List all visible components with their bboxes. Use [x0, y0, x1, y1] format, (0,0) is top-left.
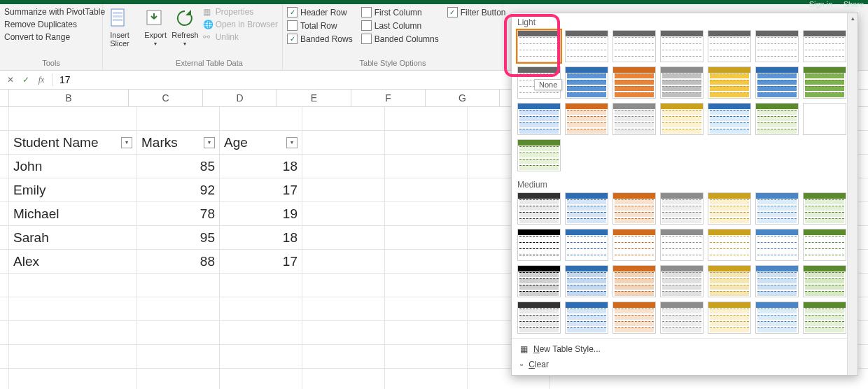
chk-banded-columns[interactable]: Banded Columns [361, 34, 439, 44]
section-light: Light [512, 13, 858, 30]
new-table-style[interactable]: ▦NNew Table Style...ew Table Style... [512, 341, 858, 357]
table-style-swatch[interactable] [660, 265, 704, 297]
chk-filter-button[interactable]: Filter Button [447, 7, 506, 17]
chk-last-column[interactable]: Last Column [361, 20, 439, 31]
table-style-swatch[interactable] [708, 103, 751, 135]
table-style-swatch[interactable] [660, 302, 704, 334]
table-style-swatch[interactable] [755, 66, 799, 99]
table-style-swatch[interactable] [755, 302, 799, 334]
insert-slicer-button[interactable]: Insert Slicer [107, 7, 132, 59]
refresh-button[interactable]: Refresh▾ [170, 7, 200, 59]
table-style-swatch[interactable] [708, 30, 751, 62]
table-style-swatch[interactable] [612, 265, 656, 297]
table-style-swatch[interactable] [517, 30, 561, 62]
col-header[interactable]: G [426, 90, 500, 106]
table-header[interactable]: Student Name▾ [9, 131, 137, 154]
table-style-swatch[interactable] [660, 103, 704, 135]
table-style-swatch[interactable] [517, 265, 561, 297]
table-style-swatch[interactable] [565, 265, 608, 297]
table-style-swatch[interactable] [565, 66, 608, 99]
group-title-external: External Table Data [136, 59, 282, 70]
table-style-swatch[interactable] [755, 265, 799, 297]
table-style-swatch[interactable] [708, 229, 751, 261]
share-button[interactable]: Share [844, 0, 864, 8]
table-style-swatch[interactable] [660, 30, 704, 62]
svg-rect-1 [113, 12, 122, 14]
slicer-icon [108, 7, 131, 29]
table-style-swatch[interactable] [803, 265, 846, 297]
table-style-swatch[interactable] [660, 229, 704, 261]
summarize-pivottable[interactable]: Summarize with PivotTable [4, 7, 105, 17]
table-style-swatch[interactable] [755, 192, 799, 225]
table-style-swatch[interactable] [803, 30, 846, 62]
cancel-icon[interactable]: ✕ [6, 75, 15, 85]
table-style-swatch[interactable] [565, 229, 608, 261]
table-style-swatch[interactable] [565, 30, 608, 62]
table-style-swatch[interactable] [612, 66, 656, 99]
refresh-icon [174, 7, 196, 29]
chk-banded-rows[interactable]: Banded Rows [287, 34, 353, 44]
table-style-swatch[interactable] [565, 302, 608, 334]
table-style-swatch[interactable] [708, 192, 751, 225]
table-style-swatch[interactable] [612, 229, 656, 261]
convert-to-range[interactable]: Convert to Range [4, 32, 105, 42]
group-title-style-options: Table Style Options [283, 59, 503, 70]
table-style-swatch[interactable] [612, 103, 656, 135]
table-style-swatch[interactable] [708, 66, 751, 99]
sign-in-link[interactable]: Sign in [809, 0, 833, 8]
col-header[interactable]: C [129, 90, 203, 106]
table-style-swatch[interactable] [755, 30, 799, 62]
table-style-swatch[interactable] [755, 229, 799, 261]
table-style-swatch[interactable] [517, 139, 561, 171]
filter-dropdown[interactable]: ▾ [121, 137, 132, 148]
col-header[interactable]: D [203, 90, 277, 106]
table-style-swatch[interactable] [517, 229, 561, 261]
open-in-browser-cmd: 🌐Open in Browser [203, 20, 278, 29]
table-style-swatch[interactable] [612, 302, 656, 334]
table-style-swatch[interactable] [517, 302, 561, 334]
properties-icon: ▦ [203, 7, 213, 17]
enter-icon[interactable]: ✓ [21, 75, 31, 85]
filter-dropdown[interactable]: ▾ [204, 137, 215, 148]
table-style-swatch[interactable] [612, 192, 656, 225]
filter-dropdown[interactable]: ▾ [286, 137, 298, 148]
table-header[interactable]: Marks▾ [137, 131, 220, 154]
clear-style[interactable]: ▫Clear [512, 357, 858, 372]
top-right-area: Sign in Share [809, 0, 864, 8]
remove-duplicates[interactable]: Remove Duplicates [4, 20, 105, 29]
table-style-swatch[interactable] [803, 192, 846, 225]
table-style-swatch[interactable] [803, 103, 846, 135]
properties-cmd: ▦Properties [203, 7, 278, 17]
browser-icon: 🌐 [203, 20, 213, 29]
table-style-swatch[interactable] [803, 66, 846, 99]
gallery-scrollbar[interactable]: ▴ [847, 13, 858, 375]
table-style-swatch[interactable] [612, 30, 656, 62]
clear-icon: ▫ [520, 360, 523, 369]
col-header[interactable]: B [9, 90, 129, 106]
unlink-cmd: ⚯Unlink [203, 32, 278, 42]
table-style-swatch[interactable] [755, 103, 799, 135]
chk-total-row[interactable]: Total Row [287, 20, 353, 31]
table-style-swatch[interactable] [565, 103, 608, 135]
col-header[interactable]: E [277, 90, 351, 106]
table-style-swatch[interactable] [803, 302, 846, 334]
table-style-swatch[interactable] [660, 192, 704, 225]
table-header[interactable]: Age▾ [220, 131, 302, 154]
col-header[interactable]: F [351, 90, 426, 106]
table-style-swatch[interactable] [708, 265, 751, 297]
unlink-icon: ⚯ [203, 32, 213, 42]
svg-rect-3 [113, 19, 122, 21]
chk-first-column[interactable]: First Column [361, 7, 439, 17]
fx-icon[interactable]: fx [36, 75, 46, 85]
table-style-swatch[interactable] [803, 229, 846, 261]
table-style-swatch[interactable] [708, 302, 751, 334]
table-style-swatch[interactable] [517, 192, 561, 225]
table-style-swatch[interactable] [565, 192, 608, 225]
export-button[interactable]: Export▾ [141, 7, 170, 59]
table-style-swatch[interactable] [660, 66, 704, 99]
table-style-swatch[interactable] [517, 103, 561, 135]
formula-input[interactable] [58, 73, 341, 86]
chk-header-row[interactable]: Header Row [287, 7, 353, 17]
table-styles-gallery[interactable]: ▴ None Light Medium ▦NNew Table Style...… [511, 13, 858, 376]
group-title-tools: Tools [0, 59, 102, 70]
